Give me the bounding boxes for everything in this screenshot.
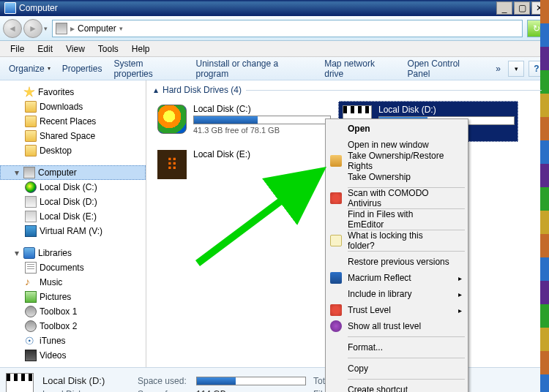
menu-view[interactable]: View bbox=[60, 42, 91, 56]
drive-icon bbox=[25, 225, 37, 237]
computer-icon bbox=[4, 2, 16, 14]
folder-icon bbox=[25, 101, 37, 113]
tree-favorites[interactable]: Favorites bbox=[0, 85, 146, 99]
toolbox-icon bbox=[25, 320, 37, 332]
command-bar: Organize Properties System properties Un… bbox=[0, 57, 549, 80]
more-chevron-icon[interactable]: » bbox=[491, 61, 505, 77]
map-network-drive-button[interactable]: Map network drive bbox=[320, 56, 400, 82]
ctx-trust-level[interactable]: Trust Level▸ bbox=[327, 302, 466, 318]
drive-icon bbox=[25, 196, 37, 208]
comodo-icon bbox=[330, 192, 342, 204]
tree-downloads[interactable]: Downloads bbox=[0, 99, 146, 114]
tree-recent-places[interactable]: Recent Places bbox=[0, 114, 146, 129]
back-button[interactable]: ◄ bbox=[3, 19, 22, 38]
submenu-arrow-icon: ▸ bbox=[458, 306, 462, 314]
document-icon bbox=[25, 262, 37, 274]
caret-icon[interactable]: ▾ bbox=[13, 248, 20, 258]
drive-icon bbox=[25, 181, 37, 193]
tree-pictures[interactable]: Pictures bbox=[0, 290, 146, 304]
navigation-pane: Favorites Downloads Recent Places Shared… bbox=[0, 80, 146, 367]
lock-icon bbox=[330, 235, 342, 246]
tree-desktop[interactable]: Desktop bbox=[0, 143, 146, 158]
tree-music[interactable]: ♪Music bbox=[0, 275, 146, 290]
ctx-whats-locking[interactable]: What is locking this folder? bbox=[327, 233, 466, 249]
computer-icon bbox=[23, 167, 35, 178]
system-properties-button[interactable]: System properties bbox=[109, 56, 188, 82]
address-chevron-icon[interactable]: ▾ bbox=[119, 25, 123, 32]
selected-drive-icon bbox=[6, 373, 35, 393]
ctx-emeditor[interactable]: Find in Files with EmEditor bbox=[327, 211, 466, 227]
menu-file[interactable]: File bbox=[4, 42, 30, 56]
submenu-arrow-icon: ▸ bbox=[458, 290, 462, 298]
shield-icon bbox=[330, 304, 342, 316]
star-icon bbox=[23, 86, 35, 98]
tree-videos[interactable]: Videos bbox=[0, 348, 146, 363]
window-title: Computer bbox=[19, 3, 58, 13]
drive-local-disk-c[interactable]: Local Disk (C:) 41.3 GB free of 78.1 GB bbox=[154, 101, 334, 142]
caret-icon[interactable]: ▾ bbox=[13, 167, 20, 178]
navigation-bar: ◄ ► ▾ ▸ Computer ▾ ↻ bbox=[0, 16, 549, 41]
itunes-icon: ☉ bbox=[25, 335, 37, 347]
menu-edit[interactable]: Edit bbox=[31, 42, 59, 56]
space-gauge bbox=[193, 116, 331, 124]
forward-button[interactable]: ► bbox=[23, 19, 42, 38]
organize-button[interactable]: Organize bbox=[4, 61, 55, 77]
details-title: Local Disk (D:) bbox=[42, 375, 138, 386]
address-bar[interactable]: ▸ Computer ▾ bbox=[52, 20, 523, 37]
ctx-open[interactable]: Open bbox=[327, 121, 466, 137]
trust-icon bbox=[330, 320, 342, 332]
drive-local-disk-e[interactable]: ⠿ Local Disk (E:) bbox=[154, 146, 334, 187]
libraries-icon bbox=[23, 247, 35, 259]
properties-button[interactable]: Properties bbox=[58, 61, 107, 77]
drive-icon bbox=[25, 211, 37, 222]
folder-icon bbox=[25, 116, 37, 127]
uninstall-button[interactable]: Uninstall or change a program bbox=[191, 56, 317, 82]
details-space-gauge bbox=[196, 377, 306, 385]
menu-help[interactable]: Help bbox=[126, 42, 156, 56]
ownership-icon bbox=[330, 155, 342, 167]
tree-libraries[interactable]: ▾ Libraries bbox=[0, 246, 146, 260]
tree-toolbox-1[interactable]: Toolbox 1 bbox=[0, 304, 146, 319]
tree-documents[interactable]: Documents bbox=[0, 260, 146, 275]
ctx-include-library[interactable]: Include in library▸ bbox=[327, 286, 466, 302]
tree-local-disk-c[interactable]: Local Disk (C:) bbox=[0, 180, 146, 195]
ctx-take-ownership[interactable]: Take Ownership bbox=[327, 169, 466, 185]
ctx-format[interactable]: Format... bbox=[327, 339, 466, 355]
ctx-scan-comodo[interactable]: Scan with COMODO Antivirus bbox=[327, 190, 466, 206]
window-titlebar[interactable]: Computer _ ▢ ✕ bbox=[0, 0, 549, 16]
group-header-hard-disk-drives[interactable]: ▴ Hard Disk Drives (4) bbox=[154, 85, 542, 95]
history-chevron-icon[interactable]: ▾ bbox=[44, 25, 48, 32]
tree-computer[interactable]: ▾ Computer bbox=[0, 165, 146, 180]
collapse-icon[interactable]: ▴ bbox=[154, 85, 158, 95]
open-control-panel-button[interactable]: Open Control Panel bbox=[403, 56, 489, 82]
views-button[interactable]: ▾ bbox=[508, 61, 524, 77]
tree-toolbox-2[interactable]: Toolbox 2 bbox=[0, 319, 146, 333]
ctx-macrium-reflect[interactable]: Macrium Reflect▸ bbox=[327, 270, 466, 286]
context-menu: Open Open in new window Take Ownership/R… bbox=[325, 118, 468, 392]
toolbox-icon bbox=[25, 306, 37, 317]
ctx-copy[interactable]: Copy bbox=[327, 361, 466, 377]
minimize-button[interactable]: _ bbox=[496, 1, 512, 15]
tree-local-disk-d[interactable]: Local Disk (D:) bbox=[0, 195, 146, 209]
tree-itunes[interactable]: ☉iTunes bbox=[0, 333, 146, 348]
ctx-create-shortcut[interactable]: Create shortcut bbox=[327, 382, 466, 392]
folder-icon bbox=[25, 145, 37, 157]
picture-icon bbox=[25, 291, 37, 303]
submenu-arrow-icon: ▸ bbox=[458, 274, 462, 282]
video-icon bbox=[25, 350, 37, 361]
ctx-show-trust[interactable]: Show all trust level bbox=[327, 318, 466, 334]
tree-shared-space[interactable]: Shared Space bbox=[0, 129, 146, 143]
ctx-restore-previous[interactable]: Restore previous versions bbox=[327, 254, 466, 270]
address-location: Computer bbox=[78, 23, 116, 34]
folder-icon bbox=[25, 130, 37, 142]
macrium-icon bbox=[330, 272, 342, 284]
drive-e-icon: ⠿ bbox=[157, 149, 187, 180]
tree-virtual-ram[interactable]: Virtual RAM (V:) bbox=[0, 224, 146, 238]
computer-icon bbox=[56, 23, 67, 34]
menu-tools[interactable]: Tools bbox=[92, 42, 124, 56]
tree-local-disk-e[interactable]: Local Disk (E:) bbox=[0, 209, 146, 224]
ctx-take-ownership-restore[interactable]: Take Ownership/Restore Rights bbox=[327, 153, 466, 169]
maximize-button[interactable]: ▢ bbox=[514, 1, 530, 15]
music-icon: ♪ bbox=[25, 276, 37, 288]
drive-c-icon bbox=[157, 104, 187, 135]
